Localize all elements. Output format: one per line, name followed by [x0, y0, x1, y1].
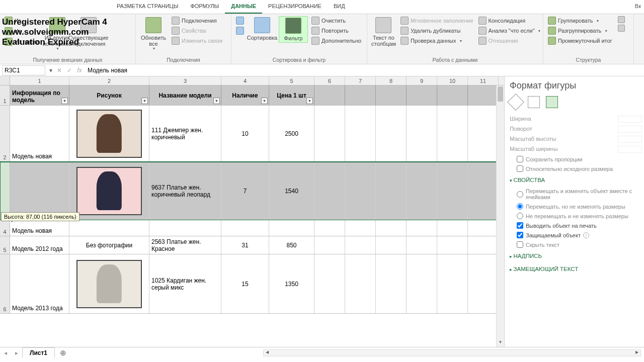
cell-price[interactable]: 2500: [269, 106, 314, 161]
move-size-radio[interactable]: [517, 191, 523, 198]
ungroup-btn[interactable]: Разгруппировать▼: [546, 26, 614, 35]
formula-accept-btn[interactable]: ✓: [64, 67, 74, 74]
row-header[interactable]: 1: [0, 85, 10, 105]
cell-picture[interactable]: [69, 162, 149, 220]
col-header[interactable]: 8: [376, 76, 407, 85]
filter-dropdown-icon[interactable]: ▼: [141, 98, 148, 104]
tab-view[interactable]: ВИД: [328, 0, 351, 14]
from-text-btn[interactable]: Из текста: [3, 37, 41, 46]
properties-btn[interactable]: Свойства: [170, 26, 224, 35]
section-alt-text[interactable]: ЗАМЕЩАЮЩИЙ ТЕКСТ: [510, 262, 642, 276]
cell-stock[interactable]: 10: [221, 106, 269, 161]
sheet-nav-next[interactable]: ▸: [11, 349, 22, 356]
info-icon[interactable]: i: [583, 232, 589, 238]
table-row[interactable]: 6 Модель 2013 года 1025 Кардиган жен. се…: [0, 254, 504, 314]
table-row[interactable]: 2 Модель новая 111 Джемпер жен. коричнев…: [0, 106, 504, 162]
group-btn[interactable]: Группировать▼: [546, 16, 614, 25]
section-properties[interactable]: СВОЙСТВА: [510, 173, 642, 187]
move-nosize-radio[interactable]: [517, 203, 523, 210]
prop-width-input[interactable]: [618, 116, 642, 123]
prop-scale-h-input[interactable]: [618, 136, 642, 143]
relationships-btn[interactable]: Отношения: [477, 36, 543, 45]
show-detail-icon[interactable]: [618, 16, 625, 23]
product-image[interactable]: [76, 167, 142, 215]
from-access-btn[interactable]: Из …: [3, 16, 41, 25]
data-validation-btn[interactable]: Проверка данных▼: [399, 36, 475, 45]
advanced-filter-btn[interactable]: Дополнительно: [310, 36, 363, 45]
scroll-right-icon[interactable]: ▶: [633, 350, 640, 356]
sort-az-btn[interactable]: [234, 16, 246, 25]
size-props-icon[interactable]: [546, 96, 558, 108]
filter-dropdown-icon[interactable]: ▼: [61, 98, 68, 104]
col-header[interactable]: 6: [314, 76, 345, 85]
add-sheet-btn[interactable]: ⊕: [55, 348, 71, 357]
cell-name[interactable]: 2563 Платье жен. Красное: [149, 236, 221, 254]
name-box-dropdown[interactable]: ▾: [47, 67, 54, 74]
cell-stock[interactable]: 31: [221, 236, 269, 254]
spreadsheet-grid[interactable]: 1 2 3 4 5 6 7 8 9 10 11 1 Информация по …: [0, 76, 504, 347]
filter-btn[interactable]: Фильтр: [279, 16, 308, 43]
cell-stock[interactable]: 7: [221, 162, 269, 220]
formula-cancel-btn[interactable]: ✕: [54, 67, 64, 74]
section-caption[interactable]: НАДПИСЬ: [510, 249, 642, 262]
cell-info[interactable]: Модель новая: [10, 220, 69, 236]
product-image[interactable]: [76, 260, 142, 308]
connections-btn[interactable]: Подключения: [170, 16, 224, 25]
insert-function-btn[interactable]: fx: [74, 67, 85, 74]
cell-price[interactable]: 850: [269, 236, 314, 254]
product-image[interactable]: [76, 110, 142, 158]
what-if-btn[interactable]: Анализ "что если"▼: [477, 26, 543, 35]
cell-info[interactable]: Модель 2012 года: [10, 236, 69, 254]
cell-info[interactable]: Модель новая: [10, 106, 69, 161]
lock-aspect-checkbox[interactable]: [517, 156, 523, 162]
scroll-down-icon[interactable]: ▼: [497, 340, 504, 347]
formula-input[interactable]: Модель новая: [85, 66, 644, 75]
col-header[interactable]: 2: [69, 76, 149, 85]
tab-formulas[interactable]: ФОРМУЛЫ: [184, 0, 225, 14]
hide-detail-icon[interactable]: [618, 25, 625, 32]
hide-text-checkbox[interactable]: [517, 241, 523, 248]
table-row[interactable]: 5 Модель 2012 года Без фотографии 2563 П…: [0, 236, 504, 254]
effects-icon[interactable]: [528, 96, 540, 108]
name-box[interactable]: R3C1: [2, 65, 45, 75]
filter-dropdown-icon[interactable]: ▼: [213, 98, 220, 104]
filter-dropdown-icon[interactable]: ▼: [306, 98, 313, 104]
header-info[interactable]: Информация по модель▼: [10, 85, 69, 105]
header-name[interactable]: Название модели▼: [149, 85, 221, 105]
sheet-nav-prev[interactable]: ◂: [0, 349, 11, 356]
cell-price[interactable]: 1540: [269, 162, 314, 220]
header-picture[interactable]: Рисунок▼: [69, 85, 149, 105]
filter-dropdown-icon[interactable]: ▼: [261, 98, 268, 104]
tab-review[interactable]: РЕЦЕНЗИРОВАНИЕ: [262, 0, 328, 14]
col-header[interactable]: 11: [468, 76, 499, 85]
cell-name[interactable]: 1025 Кардиган жен. серый микс: [149, 254, 221, 313]
protected-object-checkbox[interactable]: [517, 232, 523, 238]
row-header[interactable]: 4: [0, 220, 10, 236]
scroll-thumb[interactable]: [498, 86, 503, 102]
consolidate-btn[interactable]: Консолидация: [477, 16, 543, 25]
text-to-columns-btn[interactable]: Текст по столбцам: [370, 16, 397, 48]
edit-links-btn[interactable]: Изменить связи: [170, 36, 224, 45]
scroll-left-icon[interactable]: ◀: [264, 350, 271, 356]
relative-size-checkbox[interactable]: [517, 165, 523, 172]
refresh-all-btn[interactable]: Обновить все▼: [139, 16, 168, 51]
subtotal-btn[interactable]: Промежуточный итог: [546, 36, 614, 45]
cell-price[interactable]: 1350: [269, 254, 314, 313]
row-header[interactable]: 3: [0, 162, 10, 220]
horizontal-scrollbar[interactable]: ◀ ▶: [263, 349, 641, 356]
header-price[interactable]: Цена 1 шт▼: [269, 85, 314, 105]
from-web-btn[interactable]: Из …: [3, 27, 41, 36]
sheet-tab[interactable]: Лист1: [22, 347, 55, 358]
fill-line-icon[interactable]: [507, 94, 524, 111]
cell-name[interactable]: 111 Джемпер жен. коричневый: [149, 106, 221, 161]
from-other-sources-btn[interactable]: Из других источников▼: [43, 16, 72, 51]
row-header[interactable]: 2: [0, 106, 10, 161]
cell-info[interactable]: [10, 162, 69, 220]
cell-info[interactable]: Модель 2013 года: [10, 254, 69, 313]
remove-duplicates-btn[interactable]: Удалить дубликаты: [399, 26, 475, 35]
select-all-corner[interactable]: [0, 76, 10, 85]
header-stock[interactable]: Наличие▼: [221, 85, 269, 105]
reapply-btn[interactable]: Повторить: [310, 26, 363, 35]
col-header[interactable]: 3: [149, 76, 221, 85]
cell-picture[interactable]: Без фотографии: [69, 236, 149, 254]
